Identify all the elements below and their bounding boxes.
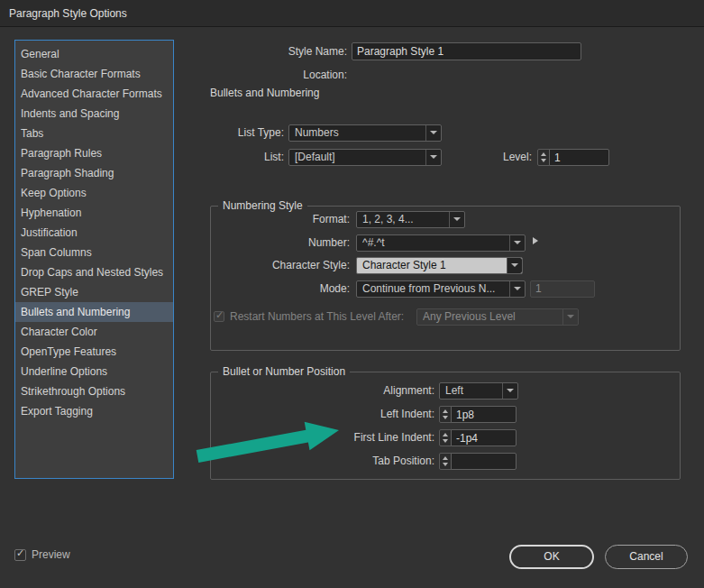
first-line-indent-label: First Line Indent:: [299, 429, 434, 446]
stepper-down-icon: [443, 416, 448, 419]
first-line-indent-input[interactable]: [451, 429, 517, 446]
check-icon: ✓: [215, 309, 224, 321]
mode-value: Continue from Previous N...: [362, 281, 508, 297]
restart-level-value: Any Previous Level: [423, 309, 562, 325]
level-label: Level:: [485, 149, 532, 166]
cancel-button[interactable]: Cancel: [605, 545, 688, 569]
stepper-up-icon: [443, 409, 448, 413]
bullet-position-group-title: Bullet or Number Position: [218, 365, 350, 379]
list-label: List:: [194, 149, 284, 166]
tab-position-input[interactable]: [451, 453, 517, 470]
preview-checkbox[interactable]: ✓: [14, 549, 26, 561]
sidebar-item-keep-options[interactable]: Keep Options: [15, 183, 173, 203]
chevron-down-icon: [507, 258, 522, 273]
mode-label: Mode:: [234, 280, 350, 298]
stepper-up-icon: [541, 152, 546, 156]
stepper-up-icon: [443, 433, 448, 436]
sidebar-item-span-columns[interactable]: Span Columns: [15, 243, 173, 262]
sidebar-item-bullets-and-numbering[interactable]: Bullets and Numbering: [15, 302, 173, 322]
stepper-up-icon: [443, 456, 448, 460]
level-stepper[interactable]: [537, 149, 550, 166]
alignment-select[interactable]: Left: [439, 382, 518, 400]
character-style-label: Character Style:: [234, 257, 350, 274]
sidebar-item-drop-caps-and-nested-styles[interactable]: Drop Caps and Nested Styles: [15, 262, 173, 282]
restart-numbers-label: Restart Numbers at This Level After:: [230, 308, 404, 326]
number-combo[interactable]: ^#.^t: [356, 234, 526, 252]
style-name-label: Style Name:: [230, 43, 347, 60]
sidebar-item-opentype-features[interactable]: OpenType Features: [15, 342, 173, 362]
character-style-value: Character Style 1: [362, 258, 506, 273]
number-value: ^#.^t: [362, 235, 508, 251]
format-value: 1, 2, 3, 4...: [362, 212, 448, 227]
format-label: Format:: [234, 211, 350, 228]
mode-number-field: 1: [530, 280, 595, 298]
sidebar-item-justification[interactable]: Justification: [15, 223, 173, 243]
sidebar-item-basic-character-formats[interactable]: Basic Character Formats: [15, 64, 173, 84]
format-select[interactable]: 1, 2, 3, 4...: [356, 211, 465, 228]
sidebar-item-advanced-character-formats[interactable]: Advanced Character Formats: [15, 84, 173, 104]
restart-level-select: Any Previous Level: [416, 308, 579, 326]
sidebar-item-underline-options[interactable]: Underline Options: [15, 362, 173, 381]
left-indent-stepper[interactable]: [439, 406, 452, 423]
chevron-down-icon: [425, 125, 441, 141]
sidebar-item-paragraph-shading[interactable]: Paragraph Shading: [15, 163, 173, 183]
chevron-down-icon: [502, 383, 517, 399]
sidebar-item-character-color[interactable]: Character Color: [15, 322, 173, 342]
list-type-label: List Type:: [194, 124, 284, 142]
check-icon: ✓: [16, 547, 24, 559]
sidebar-item-tabs[interactable]: Tabs: [15, 124, 173, 143]
alignment-label: Alignment:: [299, 382, 434, 400]
sidebar-item-export-tagging[interactable]: Export Tagging: [15, 401, 173, 421]
title-bar: Paragraph Style Options: [0, 0, 704, 27]
chevron-down-icon: [562, 309, 578, 325]
first-line-indent-stepper[interactable]: [439, 429, 452, 446]
tab-position-stepper[interactable]: [439, 453, 452, 470]
sidebar-item-strikethrough-options[interactable]: Strikethrough Options: [15, 381, 173, 401]
character-style-select[interactable]: Character Style 1: [356, 257, 523, 274]
sidebar-item-grep-style[interactable]: GREP Style: [15, 282, 173, 302]
list-select[interactable]: [Default]: [288, 149, 442, 166]
sidebar-item-indents-and-spacing[interactable]: Indents and Spacing: [15, 104, 173, 124]
alignment-value: Left: [445, 383, 501, 399]
window-title: Paragraph Style Options: [9, 0, 127, 27]
style-options-sidebar: General Basic Character Formats Advanced…: [14, 40, 174, 479]
tab-position-label: Tab Position:: [299, 453, 434, 470]
section-title: Bullets and Numbering: [210, 87, 319, 99]
level-input[interactable]: [549, 149, 609, 166]
stepper-down-icon: [443, 463, 448, 466]
chevron-down-icon: [509, 281, 525, 297]
list-value: [Default]: [295, 150, 425, 165]
mode-select[interactable]: Continue from Previous N...: [356, 280, 526, 298]
number-flyout-arrow-icon[interactable]: [533, 237, 538, 244]
number-label: Number:: [234, 234, 350, 252]
stepper-down-icon: [541, 159, 546, 162]
stepper-down-icon: [443, 439, 448, 443]
sidebar-item-paragraph-rules[interactable]: Paragraph Rules: [15, 143, 173, 163]
mode-number-value: 1: [535, 282, 542, 295]
restart-numbers-checkbox: ✓: [214, 311, 224, 322]
ok-button[interactable]: OK: [509, 545, 594, 569]
sidebar-item-general[interactable]: General: [15, 44, 173, 64]
sidebar-item-hyphenation[interactable]: Hyphenation: [15, 203, 173, 223]
chevron-down-icon: [509, 235, 525, 251]
style-name-input[interactable]: [352, 42, 581, 60]
chevron-down-icon: [449, 212, 464, 227]
preview-label: Preview: [32, 547, 70, 564]
left-indent-input[interactable]: [451, 406, 517, 423]
left-indent-label: Left Indent:: [299, 406, 434, 423]
location-label: Location:: [230, 67, 347, 84]
list-type-value: Numbers: [295, 125, 425, 141]
chevron-down-icon: [425, 150, 441, 165]
list-type-select[interactable]: Numbers: [288, 124, 442, 142]
